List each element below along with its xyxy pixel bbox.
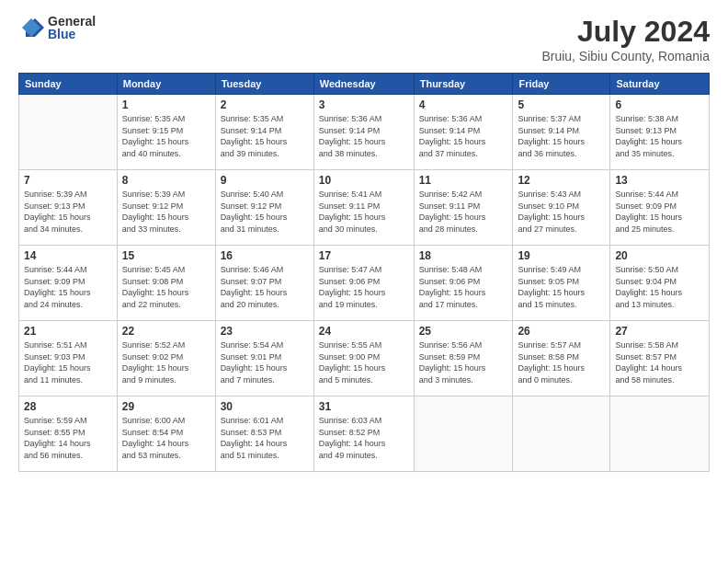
- week-row-5: 28Sunrise: 5:59 AM Sunset: 8:55 PM Dayli…: [19, 396, 710, 472]
- day-number: 8: [122, 174, 210, 187]
- day-info: Sunrise: 6:03 AM Sunset: 8:52 PM Dayligh…: [319, 415, 409, 461]
- day-info: Sunrise: 6:01 AM Sunset: 8:53 PM Dayligh…: [221, 415, 309, 461]
- calendar-header: Sunday Monday Tuesday Wednesday Thursday…: [19, 74, 710, 95]
- day-info: Sunrise: 5:39 AM Sunset: 9:13 PM Dayligh…: [24, 189, 112, 235]
- day-info: Sunrise: 5:50 AM Sunset: 9:04 PM Dayligh…: [615, 264, 704, 310]
- day-info: Sunrise: 6:00 AM Sunset: 8:54 PM Dayligh…: [122, 415, 210, 461]
- week-row-1: 1Sunrise: 5:35 AM Sunset: 9:15 PM Daylig…: [19, 95, 710, 170]
- day-number: 14: [24, 249, 112, 262]
- calendar-cell: 28Sunrise: 5:59 AM Sunset: 8:55 PM Dayli…: [19, 396, 118, 472]
- day-info: Sunrise: 5:44 AM Sunset: 9:09 PM Dayligh…: [24, 264, 112, 310]
- calendar-cell: 12Sunrise: 5:43 AM Sunset: 9:10 PM Dayli…: [513, 170, 610, 246]
- calendar-cell: 20Sunrise: 5:50 AM Sunset: 9:04 PM Dayli…: [610, 246, 710, 321]
- day-number: 20: [615, 249, 704, 262]
- weekday-row: Sunday Monday Tuesday Wednesday Thursday…: [19, 74, 710, 95]
- day-info: Sunrise: 5:51 AM Sunset: 9:03 PM Dayligh…: [24, 339, 112, 385]
- day-number: 19: [518, 249, 605, 262]
- day-info: Sunrise: 5:57 AM Sunset: 8:58 PM Dayligh…: [518, 339, 605, 385]
- week-row-3: 14Sunrise: 5:44 AM Sunset: 9:09 PM Dayli…: [19, 246, 710, 321]
- day-info: Sunrise: 5:48 AM Sunset: 9:06 PM Dayligh…: [419, 264, 508, 310]
- day-number: 21: [24, 325, 112, 338]
- day-number: 28: [24, 400, 112, 413]
- day-number: 26: [518, 325, 605, 338]
- day-info: Sunrise: 5:46 AM Sunset: 9:07 PM Dayligh…: [221, 264, 309, 310]
- header-saturday: Saturday: [610, 74, 710, 95]
- day-number: 13: [615, 174, 704, 187]
- day-info: Sunrise: 5:35 AM Sunset: 9:14 PM Dayligh…: [221, 113, 309, 159]
- logo: General Blue: [18, 15, 96, 40]
- calendar-cell: 13Sunrise: 5:44 AM Sunset: 9:09 PM Dayli…: [610, 170, 710, 246]
- page: General Blue July 2024 Bruiu, Sibiu Coun…: [0, 0, 728, 563]
- day-info: Sunrise: 5:55 AM Sunset: 9:00 PM Dayligh…: [319, 339, 409, 385]
- logo-blue-text: Blue: [48, 28, 96, 40]
- day-info: Sunrise: 5:38 AM Sunset: 9:13 PM Dayligh…: [615, 113, 704, 159]
- day-number: 23: [221, 325, 309, 338]
- day-number: 17: [319, 249, 409, 262]
- calendar-cell: 26Sunrise: 5:57 AM Sunset: 8:58 PM Dayli…: [513, 321, 610, 396]
- calendar-cell: 2Sunrise: 5:35 AM Sunset: 9:14 PM Daylig…: [215, 95, 313, 170]
- calendar-cell: 17Sunrise: 5:47 AM Sunset: 9:06 PM Dayli…: [313, 246, 414, 321]
- day-info: Sunrise: 5:44 AM Sunset: 9:09 PM Dayligh…: [615, 189, 704, 235]
- header-wednesday: Wednesday: [313, 74, 414, 95]
- header-tuesday: Tuesday: [215, 74, 313, 95]
- day-info: Sunrise: 5:43 AM Sunset: 9:10 PM Dayligh…: [518, 189, 605, 235]
- day-number: 7: [24, 174, 112, 187]
- calendar-cell: 5Sunrise: 5:37 AM Sunset: 9:14 PM Daylig…: [513, 95, 610, 170]
- logo-general-text: General: [48, 15, 96, 28]
- day-number: 16: [221, 249, 309, 262]
- calendar-cell: 18Sunrise: 5:48 AM Sunset: 9:06 PM Dayli…: [414, 246, 513, 321]
- day-number: 1: [122, 98, 210, 111]
- calendar-cell: 15Sunrise: 5:45 AM Sunset: 9:08 PM Dayli…: [117, 246, 215, 321]
- calendar-cell: 22Sunrise: 5:52 AM Sunset: 9:02 PM Dayli…: [117, 321, 215, 396]
- day-number: 18: [419, 249, 508, 262]
- calendar-cell: 10Sunrise: 5:41 AM Sunset: 9:11 PM Dayli…: [313, 170, 414, 246]
- calendar-cell: 6Sunrise: 5:38 AM Sunset: 9:13 PM Daylig…: [610, 95, 710, 170]
- day-info: Sunrise: 5:36 AM Sunset: 9:14 PM Dayligh…: [319, 113, 409, 159]
- day-number: 27: [615, 325, 704, 338]
- day-info: Sunrise: 5:39 AM Sunset: 9:12 PM Dayligh…: [122, 189, 210, 235]
- week-row-4: 21Sunrise: 5:51 AM Sunset: 9:03 PM Dayli…: [19, 321, 710, 396]
- calendar-cell: 11Sunrise: 5:42 AM Sunset: 9:11 PM Dayli…: [414, 170, 513, 246]
- day-number: 22: [122, 325, 210, 338]
- day-info: Sunrise: 5:40 AM Sunset: 9:12 PM Dayligh…: [221, 189, 309, 235]
- calendar-cell: 1Sunrise: 5:35 AM Sunset: 9:15 PM Daylig…: [117, 95, 215, 170]
- day-number: 3: [319, 98, 409, 111]
- calendar-cell: 9Sunrise: 5:40 AM Sunset: 9:12 PM Daylig…: [215, 170, 313, 246]
- calendar-cell: 25Sunrise: 5:56 AM Sunset: 8:59 PM Dayli…: [414, 321, 513, 396]
- day-number: 29: [122, 400, 210, 413]
- calendar-cell: 7Sunrise: 5:39 AM Sunset: 9:13 PM Daylig…: [19, 170, 118, 246]
- day-number: 30: [221, 400, 309, 413]
- day-info: Sunrise: 5:47 AM Sunset: 9:06 PM Dayligh…: [319, 264, 409, 310]
- day-info: Sunrise: 5:37 AM Sunset: 9:14 PM Dayligh…: [518, 113, 605, 159]
- day-info: Sunrise: 5:45 AM Sunset: 9:08 PM Dayligh…: [122, 264, 210, 310]
- calendar-cell: 4Sunrise: 5:36 AM Sunset: 9:14 PM Daylig…: [414, 95, 513, 170]
- week-row-2: 7Sunrise: 5:39 AM Sunset: 9:13 PM Daylig…: [19, 170, 710, 246]
- day-info: Sunrise: 5:52 AM Sunset: 9:02 PM Dayligh…: [122, 339, 210, 385]
- day-info: Sunrise: 5:42 AM Sunset: 9:11 PM Dayligh…: [419, 189, 508, 235]
- header-thursday: Thursday: [414, 74, 513, 95]
- calendar-body: 1Sunrise: 5:35 AM Sunset: 9:15 PM Daylig…: [19, 95, 710, 472]
- day-number: 6: [615, 98, 704, 111]
- day-number: 5: [518, 98, 605, 111]
- header-sunday: Sunday: [19, 74, 118, 95]
- calendar-cell: 16Sunrise: 5:46 AM Sunset: 9:07 PM Dayli…: [215, 246, 313, 321]
- day-info: Sunrise: 5:49 AM Sunset: 9:05 PM Dayligh…: [518, 264, 605, 310]
- calendar-cell: 21Sunrise: 5:51 AM Sunset: 9:03 PM Dayli…: [19, 321, 118, 396]
- calendar-table: Sunday Monday Tuesday Wednesday Thursday…: [18, 73, 710, 472]
- day-number: 15: [122, 249, 210, 262]
- logo-text: General Blue: [48, 15, 96, 40]
- header: General Blue July 2024 Bruiu, Sibiu Coun…: [18, 15, 710, 63]
- calendar-cell: [610, 396, 710, 472]
- location: Bruiu, Sibiu County, Romania: [541, 49, 710, 63]
- day-number: 12: [518, 174, 605, 187]
- day-info: Sunrise: 5:41 AM Sunset: 9:11 PM Dayligh…: [319, 189, 409, 235]
- calendar-cell: 23Sunrise: 5:54 AM Sunset: 9:01 PM Dayli…: [215, 321, 313, 396]
- calendar-cell: 30Sunrise: 6:01 AM Sunset: 8:53 PM Dayli…: [215, 396, 313, 472]
- calendar-cell: [414, 396, 513, 472]
- calendar-cell: 27Sunrise: 5:58 AM Sunset: 8:57 PM Dayli…: [610, 321, 710, 396]
- title-block: July 2024 Bruiu, Sibiu County, Romania: [541, 15, 710, 63]
- day-info: Sunrise: 5:36 AM Sunset: 9:14 PM Dayligh…: [419, 113, 508, 159]
- calendar-cell: 24Sunrise: 5:55 AM Sunset: 9:00 PM Dayli…: [313, 321, 414, 396]
- month-year: July 2024: [541, 15, 710, 49]
- header-friday: Friday: [513, 74, 610, 95]
